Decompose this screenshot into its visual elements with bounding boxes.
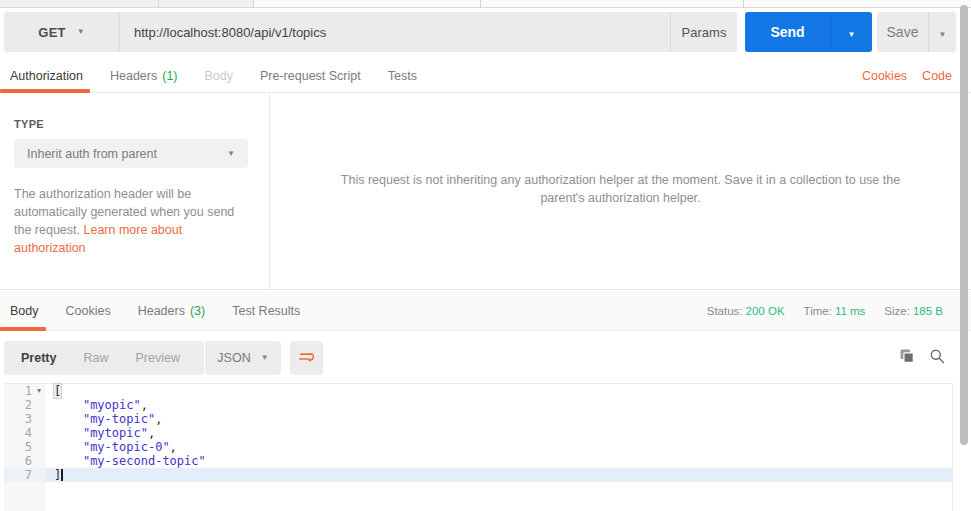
code-line[interactable]: 4 "mytopic", (4, 426, 952, 440)
line-number: 5 (4, 440, 32, 454)
json-string-token: "my-topic-0" (83, 440, 170, 454)
response-time: Time:11 ms (804, 305, 866, 317)
view-mode-pretty[interactable]: Pretty (21, 351, 56, 365)
response-toolbar: PrettyRawPreview JSON ▼ (0, 332, 971, 382)
tab-headers[interactable]: Headers(1) (110, 60, 178, 92)
response-tab-cookies[interactable]: Cookies (66, 291, 111, 330)
meta-label: Time: (804, 305, 832, 317)
tab-authorization[interactable]: Authorization (10, 60, 83, 92)
code-line[interactable]: 6 "my-second-topic" (4, 454, 952, 468)
tab-label: Pre-request Script (260, 69, 361, 83)
auth-type-panel: TYPE Inherit auth from parent ▼ The auth… (0, 94, 270, 289)
wrap-lines-button[interactable] (290, 341, 323, 375)
tab-label: Headers (110, 69, 157, 83)
response-size: Size:185 B (884, 305, 943, 317)
send-button[interactable]: Send (745, 12, 830, 52)
request-tabs: AuthorizationHeaders(1)BodyPre-request S… (0, 60, 971, 93)
json-token: [ (54, 384, 61, 398)
view-mode-preview[interactable]: Preview (135, 351, 179, 365)
json-token (54, 440, 83, 454)
url-group: GET ▼ Params (4, 12, 737, 52)
send-options-button[interactable]: ▼ (830, 12, 872, 52)
request-bar: GET ▼ Params Send ▼ Save ▼ (4, 12, 967, 52)
method-dropdown[interactable]: GET ▼ (4, 12, 120, 52)
fold-toggle-icon[interactable]: ▾ (32, 384, 46, 398)
response-status: Status:200 OK (707, 305, 785, 317)
line-content: "myopic", (46, 398, 952, 412)
response-body-editor[interactable]: 1▾[2 "myopic",3 "my-topic",4 "mytopic",5… (4, 383, 953, 511)
line-gutter: 4 (4, 426, 46, 440)
url-input[interactable] (120, 12, 670, 52)
tab-separator (743, 0, 744, 7)
tab-body[interactable]: Body (205, 60, 234, 92)
json-token (54, 426, 83, 440)
tab-label: Body (205, 69, 234, 83)
meta-value: 185 B (913, 305, 943, 317)
response-tab-body[interactable]: Body (10, 291, 39, 330)
json-token (54, 412, 83, 426)
workspace-tab[interactable] (253, 0, 743, 7)
cookies-link[interactable]: Cookies (862, 69, 907, 83)
tab-count-badge: (1) (162, 69, 177, 83)
tab-separator (253, 0, 254, 7)
view-mode-group: PrettyRawPreview (4, 341, 204, 375)
type-label: TYPE (14, 118, 249, 130)
meta-label: Size: (884, 305, 910, 317)
json-token: ] (54, 468, 61, 482)
line-gutter: 1▾ (4, 384, 46, 398)
chevron-down-icon: ▼ (77, 28, 85, 36)
save-options-button[interactable]: ▼ (928, 12, 956, 52)
tab-separator (480, 0, 481, 7)
search-icon[interactable] (929, 347, 945, 364)
chevron-down-icon: ▼ (848, 30, 856, 39)
json-string-token: "my-topic" (83, 412, 155, 426)
json-token (54, 454, 83, 468)
response-header: BodyCookiesHeaders(3)Test Results Status… (0, 291, 971, 331)
meta-value: 200 OK (746, 305, 785, 317)
send-button-group: Send ▼ (745, 12, 872, 52)
line-gutter: 2 (4, 398, 46, 412)
tab-label: Authorization (10, 69, 83, 83)
tab-label: Test Results (232, 304, 300, 318)
code-link[interactable]: Code (922, 69, 952, 83)
copy-icon[interactable] (898, 347, 915, 364)
tab-tests[interactable]: Tests (388, 60, 417, 92)
line-content: [ (46, 384, 952, 398)
workspace-tab-strip (0, 0, 971, 8)
scrollbar-track (959, 2, 969, 509)
json-token (54, 398, 83, 412)
scrollbar-thumb[interactable] (960, 5, 968, 445)
tab-label: Headers (138, 304, 185, 318)
json-string-token: "mytopic" (83, 426, 148, 440)
code-line[interactable]: 1▾[ (4, 384, 952, 398)
request-links: Cookies Code (862, 69, 952, 83)
line-number: 7 (4, 468, 32, 482)
chevron-down-icon: ▼ (939, 30, 947, 39)
code-line[interactable]: 7] (4, 468, 952, 482)
response-tab-test-results[interactable]: Test Results (232, 291, 300, 330)
tab-label: Body (10, 304, 39, 318)
auth-type-dropdown[interactable]: Inherit auth from parent ▼ (14, 139, 248, 168)
fold-spacer (32, 426, 46, 440)
json-token: , (155, 412, 162, 426)
view-mode-raw[interactable]: Raw (83, 351, 108, 365)
meta-label: Status: (707, 305, 743, 317)
code-line[interactable]: 5 "my-topic-0", (4, 440, 952, 454)
tab-pre-request-script[interactable]: Pre-request Script (260, 60, 361, 92)
line-content: "my-topic-0", (46, 440, 952, 454)
format-dropdown[interactable]: JSON ▼ (205, 341, 281, 375)
line-gutter: 6 (4, 454, 46, 468)
save-button[interactable]: Save (877, 12, 928, 52)
text-cursor (61, 469, 63, 481)
line-number: 3 (4, 412, 32, 426)
code-line[interactable]: 2 "myopic", (4, 398, 952, 412)
line-content: "mytopic", (46, 426, 952, 440)
response-tab-headers[interactable]: Headers(3) (138, 291, 206, 330)
json-string-token: "my-second-topic" (83, 454, 206, 468)
line-gutter: 5 (4, 440, 46, 454)
response-actions (898, 347, 945, 364)
chevron-down-icon: ▼ (261, 354, 269, 362)
params-button[interactable]: Params (670, 12, 737, 52)
workspace-tab[interactable] (743, 0, 971, 7)
code-line[interactable]: 3 "my-topic", (4, 412, 952, 426)
